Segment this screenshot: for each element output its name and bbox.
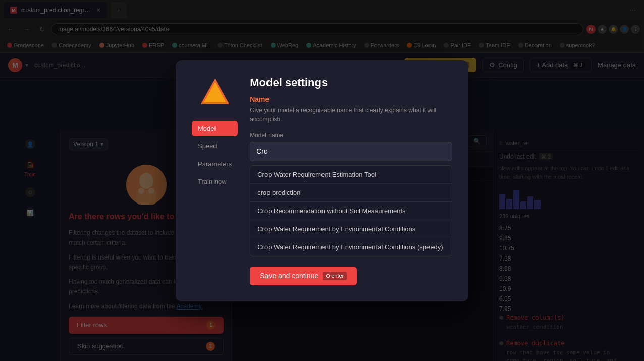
suggestion-item-4[interactable]: Crop Water Requirement by Environmental … [250, 220, 452, 238]
modal-footer: Save and continue ⊙ enter [250, 267, 452, 285]
model-settings-modal: Model Speed Parameters Train now Model s… [176, 60, 468, 301]
modal-content: Model settings Name Give your model a re… [250, 76, 452, 285]
modal-name-label: Model name [250, 132, 452, 139]
modal-nav-parameters[interactable]: Parameters [192, 156, 238, 172]
suggestion-item-3[interactable]: Crop Recommendation without Soil Measure… [250, 202, 452, 220]
modal-title: Model settings [250, 76, 452, 89]
modal-nav-speed[interactable]: Speed [192, 138, 238, 154]
suggestion-item-5[interactable]: Crop Water Requirement by Environmental … [250, 238, 452, 256]
save-continue-button[interactable]: Save and continue ⊙ enter [250, 267, 357, 285]
modal-section-name-title: Name [250, 95, 452, 104]
modal-nav-train[interactable]: Train now [192, 174, 238, 189]
suggestion-item-2[interactable]: crop prediction [250, 184, 452, 202]
modal-nav: Model Speed Parameters Train now [192, 121, 238, 189]
modal-overlay[interactable]: Model Speed Parameters Train now Model s… [0, 0, 644, 361]
modal-section-name-desc: Give your model a recognizable name that… [250, 106, 452, 124]
modal-nav-model[interactable]: Model [192, 121, 238, 136]
enter-kbd: ⊙ enter [323, 272, 347, 280]
svg-marker-6 [204, 82, 226, 102]
suggestions-dropdown: Crop Water Requirement Estimation Tool c… [250, 165, 452, 256]
suggestion-item-1[interactable]: Crop Water Requirement Estimation Tool [250, 166, 452, 184]
modal-icon [200, 76, 230, 109]
save-continue-label: Save and continue [260, 272, 318, 280]
model-name-input[interactable] [250, 142, 452, 161]
